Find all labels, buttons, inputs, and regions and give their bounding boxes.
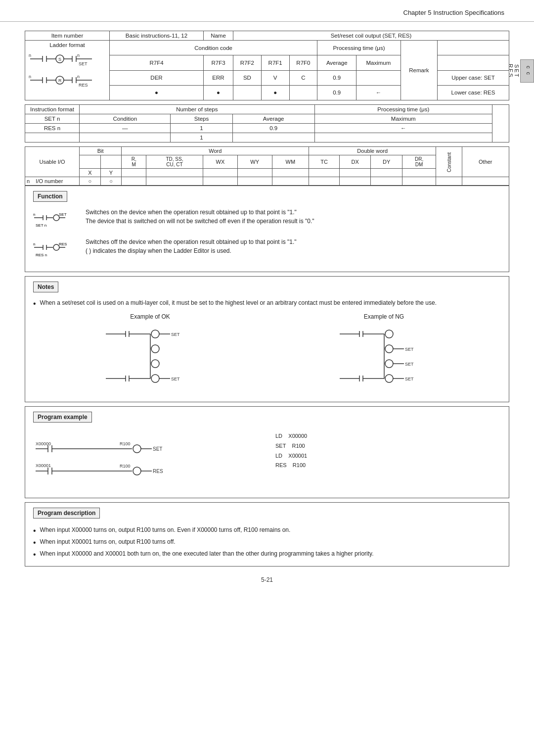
page-number: 5-21 [261, 576, 273, 583]
svg-text:n: n [33, 212, 35, 217]
svg-text:R100: R100 [120, 464, 131, 469]
prog-instr-3: LD X00001 [275, 451, 307, 461]
svg-text:SET n: SET n [36, 223, 46, 228]
ladder-format-label: Ladder format n S [25, 41, 110, 100]
res-arrow: ← [356, 85, 401, 100]
set-steps: 1 [171, 124, 232, 133]
svg-point-99 [133, 467, 141, 475]
svg-text:S: S [58, 57, 61, 62]
desc-bullet1: When input X00000 turns on, output R100 … [40, 526, 291, 533]
svg-text:SET: SET [171, 377, 180, 381]
prog-desc-label-wrap: Program description [33, 508, 501, 521]
example-ng-label: Example of NG [335, 313, 434, 320]
remark-res: Lower case: RES [438, 85, 509, 100]
set-desc: Switches on the device when the operatio… [86, 209, 314, 225]
res-n-label: RES n [25, 124, 80, 133]
io-dy: DY [371, 155, 402, 169]
io-x-val: X [80, 169, 101, 177]
svg-text:n: n [77, 74, 80, 79]
res-function-row: n RES RES n Switches off the device when… [33, 238, 501, 265]
r7f0: R7F0 [289, 55, 317, 70]
io-tc: TC [309, 155, 340, 169]
io-dx-val [340, 169, 371, 177]
io-r-m-val [122, 169, 146, 177]
res-c [289, 85, 317, 100]
prog-example-label-wrap: Program example [33, 412, 501, 425]
res-v: ● [261, 85, 289, 100]
set-small-svg: n SET SET n [33, 209, 78, 231]
svg-point-54 [151, 360, 159, 368]
res-arrow2: ← [314, 124, 492, 133]
constant-label: Constant [436, 147, 462, 177]
svg-text:SET: SET [79, 61, 88, 66]
svg-point-67 [385, 330, 393, 338]
io-wm-empty [272, 177, 309, 186]
steps-label: Steps [171, 114, 232, 124]
svg-text:R100: R100 [120, 441, 131, 446]
r7f1: R7F1 [261, 55, 289, 70]
maximum-label: Maximum [356, 55, 401, 70]
io-dm-empty [402, 177, 436, 186]
desc-bullet3-row: • When input X00000 and X00001 both turn… [33, 550, 501, 559]
bit-label: Bit [80, 147, 122, 155]
program-desc-area: Program description • When input X00000 … [25, 502, 509, 567]
r7f2: R7F2 [233, 55, 262, 70]
res-desc: Switches off the device when the operati… [86, 238, 297, 254]
set-desc-1: Switches on the device when the operatio… [86, 209, 314, 216]
function-area: Function n SET SET n Switches on the dev… [25, 186, 509, 272]
io-y-val: Y [100, 169, 122, 177]
condition-label: Condition [80, 114, 171, 124]
io-dy-empty [371, 177, 402, 186]
name-value: Set/reset coil output (SET, RES) [233, 31, 509, 41]
prog-example-content: X00000 R100 SET X00001 R100 [33, 431, 501, 491]
io-wx-empty [203, 177, 237, 186]
svg-text:n: n [33, 242, 35, 246]
examples-row: Example of OK SET [33, 313, 501, 395]
set-function-row: n SET SET n Switches on the device when … [33, 209, 501, 233]
io-y [100, 155, 122, 169]
set-n-label: SET n [25, 114, 80, 124]
set-condition: — [80, 124, 171, 133]
page-footer: 5-21 [25, 576, 509, 583]
desc-bullet2-icon: • [33, 538, 36, 547]
svg-text:X00001: X00001 [36, 463, 51, 468]
io-r-m: R,M [122, 155, 146, 169]
max-label2: Maximum [314, 114, 492, 124]
desc-bullet2-row: • When input X00001 turns on, output R10… [33, 538, 501, 547]
svg-text:SET: SET [59, 212, 67, 217]
double-word-label: Double word [309, 147, 436, 155]
basic-instructions: Basic instructions-11, 12 [110, 31, 204, 41]
notes-bullet1: When a set/reset coil is used on a multi… [40, 299, 437, 306]
notes-content: • When a set/reset coil is used on a mul… [33, 299, 501, 395]
svg-point-78 [385, 375, 393, 382]
prog-instr-2: SET R100 [275, 441, 307, 451]
other-label: Other [462, 147, 509, 177]
io-td-val [146, 169, 203, 177]
instr-empty2 [80, 133, 171, 142]
notes-label: Notes [33, 282, 501, 295]
res-average: 0.9 [317, 85, 356, 100]
io-const-empty [436, 177, 462, 186]
io-dr-dm: DR,DM [402, 155, 436, 169]
notes-bullet1-row: • When a set/reset coil is used on a mul… [33, 299, 501, 308]
res-avg: 0.9 [232, 124, 314, 133]
res-desc-2: ( ) indicates the display when the Ladde… [86, 247, 297, 254]
io-td-ss: TD, SS,CU, CT [146, 155, 203, 169]
res-err: ● [204, 85, 233, 100]
svg-point-69 [385, 345, 393, 353]
io-wx: WX [203, 155, 237, 169]
io-x-circle: ○ [80, 177, 101, 186]
res-ladder-small: n RES RES n [33, 238, 78, 265]
remark-placeholder [438, 55, 509, 70]
avg-label2: Average [232, 114, 314, 124]
svg-text:RES: RES [59, 242, 67, 246]
instr-empty4 [314, 133, 492, 142]
remark-set: Upper case: SET [438, 70, 509, 85]
desc-bullet2: When input X00001 turns on, output R100 … [40, 538, 176, 545]
res-sd [233, 85, 262, 100]
notes-area: Notes • When a set/reset coil is used on… [25, 276, 509, 402]
example-ng-svg: SET SET SET [335, 324, 434, 393]
prog-example-svg: X00000 R100 SET X00001 R100 [33, 431, 261, 491]
instr-empty3 [232, 133, 314, 142]
page-content: Item number Basic instructions-11, 12 Na… [0, 22, 534, 603]
